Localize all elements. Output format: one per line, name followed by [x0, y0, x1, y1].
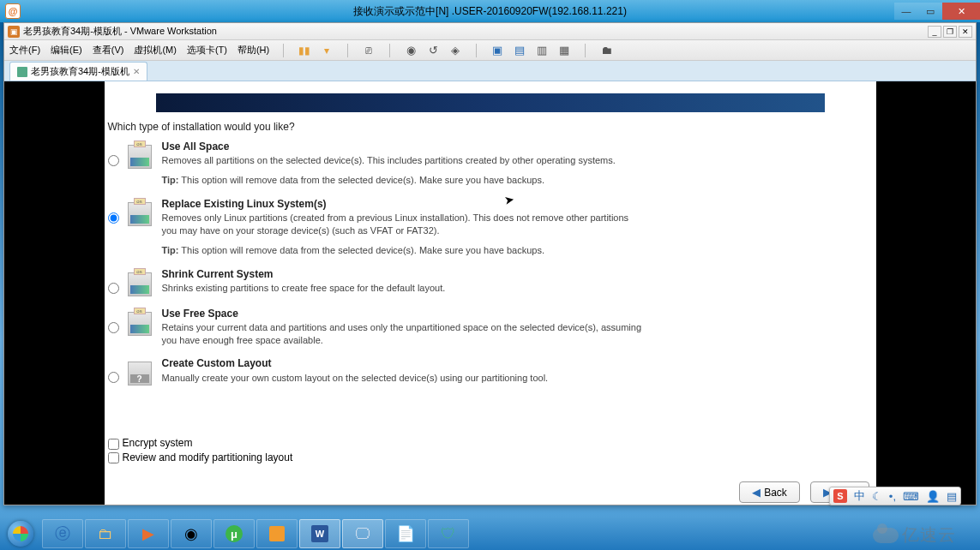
remote-titlebar: @ 接收演示或示范中[N] .USER-20160920FW(192.168.1… [0, 0, 980, 22]
snapshot-revert-icon[interactable]: ↺ [426, 44, 440, 57]
option-tip: This option will remove data from the se… [181, 245, 544, 255]
taskbar-chrome[interactable]: ◉ [171, 519, 212, 548]
option-title: Use Free Space [162, 307, 642, 320]
arrow-left-icon: ◀ [752, 486, 761, 499]
notepad-icon: 📄 [396, 524, 415, 543]
vmware-window: ▣ 老男孩教育34期-模版机 - VMware Workstation _ ❐ … [3, 22, 977, 505]
menu-view[interactable]: 查看(V) [93, 44, 124, 57]
taskbar-remote[interactable]: 🖵 [342, 519, 383, 548]
menu-file[interactable]: 文件(F) [9, 44, 40, 57]
taskbar-utorrent[interactable]: μ [213, 519, 255, 548]
anaconda-banner [156, 93, 825, 112]
option-desc: Retains your current data and partitions… [162, 322, 642, 345]
utorrent-icon: μ [225, 525, 243, 542]
vmware-restore-button[interactable]: ❐ [943, 26, 957, 38]
bottom-checks: Encrypt system Review and modify partiti… [108, 437, 293, 465]
radio-replace-linux[interactable] [108, 212, 119, 224]
taskbar-explorer[interactable]: 🗀 [85, 519, 126, 548]
option-custom[interactable]: ? Create Custom Layout Manually create y… [108, 356, 876, 386]
back-button[interactable]: ◀Back [739, 481, 800, 503]
windows-orb-icon [8, 521, 33, 547]
option-title: Replace Existing Linux System(s) [162, 197, 642, 211]
vmware-menubar: 文件(F) 编辑(E) 查看(V) 虚拟机(M) 选项卡(T) 帮助(H) ▮▮… [4, 40, 976, 61]
ime-softkbd-icon[interactable]: ⌨ [903, 490, 919, 503]
send-ctrl-alt-del-icon[interactable]: ⎚ [362, 44, 376, 57]
option-title: Shrink Current System [162, 267, 446, 281]
disk-icon: os [128, 272, 152, 296]
vm-tab-label: 老男孩教育34期-模版机 [31, 65, 129, 78]
radio-shrink[interactable] [108, 283, 119, 294]
radio-free-space[interactable] [108, 322, 119, 333]
option-tip: This option will remove data from the se… [181, 175, 544, 185]
taskbar-word[interactable]: W [299, 519, 340, 548]
remote-app-icon: @ [5, 3, 21, 19]
toolbar-separator [283, 44, 284, 57]
unity-icon[interactable]: ▤ [513, 44, 526, 57]
library-icon[interactable]: 🖿 [599, 44, 613, 57]
ime-login-icon[interactable]: 👤 [926, 490, 940, 503]
power-pause-icon[interactable]: ▮▮ [298, 44, 311, 57]
vmware-titlebar[interactable]: ▣ 老男孩教育34期-模版机 - VMware Workstation _ ❐ … [4, 23, 976, 40]
ie-icon: ⓔ [55, 523, 70, 544]
option-desc: Shrinks existing partitions to create fr… [162, 283, 446, 293]
menu-help[interactable]: 帮助(H) [237, 44, 269, 57]
menu-edit[interactable]: 编辑(E) [51, 44, 82, 57]
console-view-icon[interactable]: ▥ [535, 44, 549, 57]
close-button[interactable]: ✕ [942, 3, 980, 20]
thumbnail-icon[interactable]: ▦ [557, 44, 571, 57]
shield-icon: 🛡 [441, 525, 456, 543]
menu-tabs[interactable]: 选项卡(T) [187, 44, 227, 57]
fullscreen-icon[interactable]: ▣ [490, 44, 504, 57]
snapshot-manage-icon[interactable]: ◈ [448, 44, 462, 57]
minimize-button[interactable]: — [894, 3, 918, 20]
vmware-tabbar: 老男孩教育34期-模版机 ✕ [4, 61, 976, 81]
option-title: Create Custom Layout [162, 356, 549, 370]
vm-console-area[interactable]: ➤ Which type of installation would you l… [4, 81, 976, 505]
ime-mode[interactable]: 中 [854, 488, 865, 504]
install-options-group: os Use All Space Removes all partitions … [105, 140, 876, 386]
taskbar-notepadpp[interactable]: 📄 [385, 519, 426, 548]
review-label[interactable]: Review and modify partitioning layout [108, 451, 293, 463]
ime-punct-icon[interactable]: •, [889, 490, 896, 503]
remote-title: 接收演示或示范中[N] .USER-20160920FW(192.168.11.… [353, 4, 627, 19]
taskbar-app-orange[interactable] [256, 519, 298, 548]
radio-use-all-space[interactable] [108, 155, 119, 166]
sogou-logo-icon[interactable]: S [833, 489, 847, 503]
encrypt-checkbox[interactable] [108, 439, 119, 450]
option-use-all-space[interactable]: os Use All Space Removes all partitions … [108, 140, 876, 187]
windows-taskbar: ⓔ 🗀 ▶ ◉ μ W 🖵 📄 🛡 [0, 517, 980, 550]
disk-icon: os [128, 202, 152, 226]
option-desc: Manually create your own custom layout o… [162, 373, 549, 383]
snapshot-take-icon[interactable]: ◉ [404, 44, 418, 57]
ime-menu-icon[interactable]: ▤ [947, 490, 957, 503]
folder-icon: 🗀 [98, 525, 113, 543]
option-replace-linux[interactable]: os Replace Existing Linux System(s) Remo… [108, 197, 876, 257]
encrypt-label[interactable]: Encrypt system [108, 437, 293, 449]
disk-question-icon: ? [128, 362, 152, 386]
option-free-space[interactable]: os Use Free Space Retains your current d… [108, 307, 876, 347]
power-dropdown-icon[interactable]: ▾ [320, 44, 334, 57]
vmware-app-icon: ▣ [8, 26, 20, 38]
sogou-ime-bar[interactable]: S 中 ☾ •, ⌨ 👤 ▤ [829, 487, 961, 505]
word-icon: W [311, 525, 328, 542]
menu-vm[interactable]: 虚拟机(M) [134, 44, 177, 57]
taskbar-ie[interactable]: ⓔ [42, 519, 83, 548]
taskbar-secure[interactable]: 🛡 [428, 519, 469, 548]
vmware-close-button[interactable]: ✕ [959, 26, 972, 38]
start-button[interactable] [0, 517, 41, 550]
option-desc: Removes only Linux partitions (created f… [162, 212, 629, 236]
vmware-minimize-button[interactable]: _ [928, 26, 941, 38]
taskbar-media[interactable]: ▶ [128, 519, 169, 548]
play-icon: ▶ [142, 524, 154, 543]
ime-moon-icon[interactable]: ☾ [872, 490, 882, 503]
guest-screen[interactable]: ➤ Which type of installation would you l… [105, 81, 876, 505]
radio-custom[interactable] [108, 372, 119, 383]
maximize-button[interactable]: ▭ [918, 3, 942, 20]
vm-tab-active[interactable]: 老男孩教育34期-模版机 ✕ [9, 62, 147, 81]
square-orange-icon [269, 526, 285, 541]
chrome-icon: ◉ [184, 524, 198, 543]
option-shrink[interactable]: os Shrink Current System Shrinks existin… [108, 267, 876, 296]
monitor-icon: 🖵 [355, 525, 370, 543]
review-checkbox[interactable] [108, 452, 119, 463]
tab-close-icon[interactable]: ✕ [133, 67, 140, 76]
